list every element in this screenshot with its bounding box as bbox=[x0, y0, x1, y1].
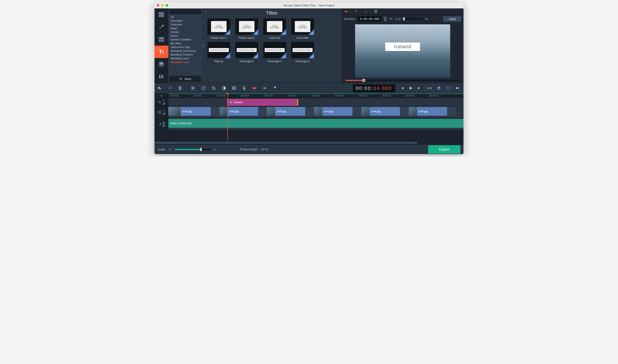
audio-clip[interactable]: Action_Movie.mp3 bbox=[168, 119, 464, 128]
video-clip[interactable]: ice2.jpg bbox=[216, 107, 263, 116]
volume-button[interactable] bbox=[453, 84, 462, 92]
duration-down-button[interactable]: ▼ bbox=[384, 19, 387, 21]
category-item[interactable]: Wedding Flowers bbox=[169, 53, 201, 56]
record-audio-button[interactable] bbox=[239, 83, 249, 93]
duration-up-button[interactable]: ▲ bbox=[384, 17, 387, 19]
nav-media-button[interactable] bbox=[154, 8, 168, 21]
category-item[interactable]: Featured bbox=[169, 23, 201, 26]
redo-button[interactable] bbox=[165, 83, 175, 93]
mute-icon[interactable]: 🔊 bbox=[163, 122, 165, 124]
store-button[interactable]: Store bbox=[169, 76, 201, 82]
link-icon[interactable]: 🔗 bbox=[163, 124, 165, 127]
category-item[interactable]: All bbox=[169, 15, 201, 19]
title-preset-item[interactable]: ALEXIS WEST & ELIOT KEEGANPop-up bbox=[206, 42, 231, 63]
search-input[interactable] bbox=[171, 10, 205, 13]
video-clip[interactable]: ice4.jpg bbox=[357, 107, 404, 116]
play-button[interactable] bbox=[407, 84, 415, 92]
title-preset-label: Rectangle 1 bbox=[240, 60, 254, 63]
category-item[interactable]: Favorites bbox=[169, 19, 201, 23]
timeline-ruler[interactable]: 00:00:0000:00:0200:00:0400:00:0600:00:08… bbox=[168, 93, 464, 98]
nav-transitions-button[interactable] bbox=[154, 33, 168, 46]
transition-wizard-button[interactable] bbox=[229, 83, 239, 93]
title-track-content[interactable]: Iceland bbox=[168, 98, 464, 106]
rotate-button[interactable] bbox=[198, 83, 209, 93]
title-preset-item[interactable]: WELCOMEALEXIS WEST& ELIOT KEEGANGuest li… bbox=[262, 18, 287, 39]
link-icon[interactable]: 🔗 bbox=[163, 103, 165, 105]
search-row: × bbox=[169, 9, 201, 14]
delete-button[interactable] bbox=[175, 83, 185, 93]
svg-point-4 bbox=[159, 76, 160, 77]
video-track-content[interactable]: ice8.jpgice2.jpgice3.jpgice1.jpgice4.jpg… bbox=[168, 106, 464, 118]
nav-filters-button[interactable] bbox=[154, 21, 168, 33]
title-preset-item[interactable]: ALEXIS WEST & ELIOT KEEGANRectangle 2 bbox=[262, 42, 287, 63]
apply-button[interactable]: Apply bbox=[443, 16, 461, 22]
split-button[interactable] bbox=[188, 83, 198, 93]
title-clip[interactable]: Iceland bbox=[227, 99, 298, 106]
empty-track-content[interactable] bbox=[168, 130, 464, 141]
maximize-window-button[interactable] bbox=[165, 4, 168, 7]
category-item[interactable]: Wedding Ceremony bbox=[169, 49, 201, 53]
visibility-icon[interactable]: 👁 bbox=[163, 100, 165, 102]
video-frame[interactable]: Iceland bbox=[355, 24, 450, 78]
title-preset-item[interactable]: ALEXIS WEST & ELIOT KEEGANRectangle 1 bbox=[234, 42, 259, 63]
title-overlay-text[interactable]: Iceland bbox=[385, 42, 420, 51]
video-clip[interactable]: ice3.jpg bbox=[263, 107, 310, 116]
category-item[interactable]: My titles bbox=[169, 41, 201, 45]
speed-slider[interactable] bbox=[403, 18, 423, 19]
popout-button[interactable] bbox=[434, 84, 443, 92]
zoom-out-icon[interactable] bbox=[168, 148, 172, 151]
speed-value: 0.1x bbox=[395, 17, 401, 21]
clip-properties-button[interactable] bbox=[249, 83, 260, 93]
category-item[interactable]: Artistic bbox=[169, 30, 201, 34]
export-button[interactable]: Export bbox=[428, 145, 460, 154]
color-adjust-button[interactable] bbox=[219, 83, 229, 93]
color-tab[interactable] bbox=[364, 10, 368, 13]
category-item[interactable]: Valentine's Day bbox=[169, 45, 201, 49]
nav-titles-button[interactable] bbox=[154, 46, 168, 58]
zoom-in-icon[interactable] bbox=[213, 148, 217, 151]
minimize-window-button[interactable] bbox=[161, 4, 164, 7]
next-frame-button[interactable] bbox=[415, 84, 423, 92]
category-item[interactable]: Speech bubbles bbox=[169, 38, 201, 41]
title-preset-item[interactable]: WELCOMEALEXIS WEST& ELIOT KEEGANFlower c… bbox=[234, 18, 259, 39]
scale-slider[interactable] bbox=[175, 149, 210, 150]
preview-controls: Duration: 0:00:06:000 ▲ ▼ 0.1x 5x Apply bbox=[342, 15, 464, 23]
scale-label: Scale: bbox=[158, 148, 165, 151]
text-edit-tab[interactable] bbox=[354, 10, 358, 13]
category-item[interactable]: Intros bbox=[169, 34, 201, 38]
video-clip[interactable]: ice5.jpg bbox=[405, 107, 452, 116]
category-item[interactable]: Basic bbox=[169, 26, 201, 30]
prev-frame-button[interactable] bbox=[398, 84, 406, 92]
scrub-track[interactable] bbox=[345, 80, 460, 81]
marker-button[interactable] bbox=[270, 83, 280, 93]
timeline-h-scrollbar[interactable] bbox=[154, 141, 464, 144]
visibility-icon[interactable]: 👁 bbox=[163, 110, 165, 112]
collapse-panel-button[interactable]: ‹ bbox=[202, 40, 205, 51]
aspect-ratio-button[interactable]: 16:9 bbox=[425, 84, 434, 92]
nav-stickers-button[interactable] bbox=[154, 58, 168, 70]
video-track-icon bbox=[157, 110, 162, 114]
clear-search-button[interactable]: × bbox=[205, 10, 206, 13]
category-item[interactable]: Wedding Lace bbox=[169, 56, 201, 60]
video-clip[interactable]: ice1.jpg bbox=[310, 107, 357, 116]
nav-more-button[interactable] bbox=[154, 70, 168, 83]
title-preset-item[interactable]: WELCOMEALEXIS WEST& ELIOT KEEGANFlower c… bbox=[206, 18, 231, 39]
video-clip[interactable]: ice8.jpg bbox=[168, 107, 216, 116]
mute-icon[interactable]: 🔊 bbox=[163, 113, 165, 115]
playhead[interactable] bbox=[227, 93, 228, 141]
title-preset-item[interactable]: WELCOMEALEXIS WEST& ELIOT KEEGANLove let… bbox=[290, 18, 315, 39]
preview-tool-tabs: | | | bbox=[342, 8, 464, 15]
close-window-button[interactable] bbox=[157, 4, 159, 7]
undo-button[interactable] bbox=[154, 83, 165, 93]
title-preset-item[interactable]: ALEXIS WEST & ELIOT KEEGANRectangle 3 bbox=[290, 42, 315, 63]
scrub-thumb[interactable] bbox=[362, 79, 365, 82]
save-preset-tab[interactable] bbox=[374, 10, 378, 13]
audio-track-content[interactable]: Action_Movie.mp3 bbox=[168, 118, 464, 130]
audio-properties-button[interactable] bbox=[260, 83, 270, 93]
category-item[interactable]: Wedding Party bbox=[169, 60, 201, 64]
fullscreen-button[interactable] bbox=[443, 84, 453, 92]
duration-value[interactable]: 0:00:06:000 bbox=[358, 16, 382, 22]
clip-properties-tab[interactable] bbox=[344, 10, 348, 13]
crop-button[interactable] bbox=[209, 83, 219, 93]
add-track-button[interactable]: + bbox=[154, 93, 168, 98]
